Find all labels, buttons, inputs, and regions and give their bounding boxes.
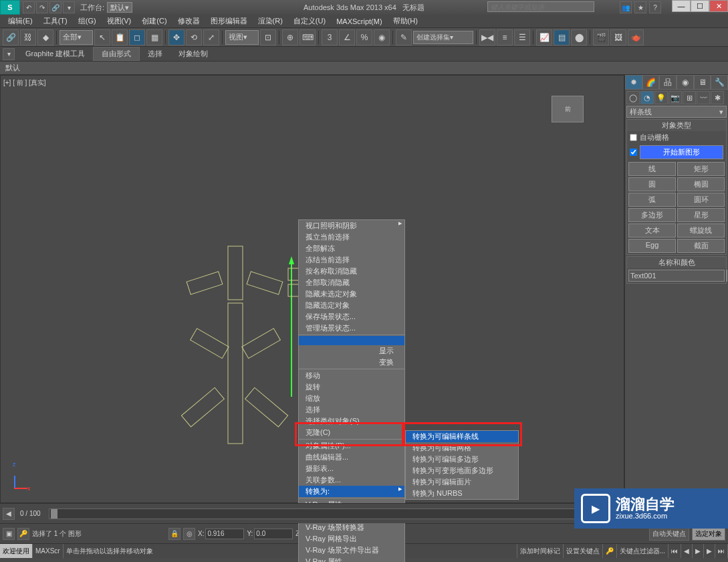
ctx-rotate[interactable]: 旋转 <box>299 381 404 393</box>
shape-category-dd[interactable]: 样条线▾ <box>626 106 727 118</box>
ctx-vray-scene-exp[interactable]: V-Ray 场景文件导出器 <box>299 545 404 556</box>
keyboard-icon[interactable]: ⌨ <box>299 29 316 45</box>
ctx-scale[interactable]: 缩放 <box>299 393 404 404</box>
start-new-shape-button[interactable]: 开始新图形 <box>640 145 723 159</box>
selected-button[interactable]: 选定对象 <box>692 527 725 541</box>
ctx-freeze-sel[interactable]: 冻结当前选择 <box>299 254 404 266</box>
add-time-tag[interactable]: 添加时间标记 <box>517 544 564 558</box>
btn-rect[interactable]: 矩形 <box>677 162 725 176</box>
menu-view[interactable]: 视图(V) <box>102 16 137 26</box>
close-button[interactable]: ✕ <box>709 0 728 12</box>
shapes-icon[interactable]: ◔ <box>640 91 654 104</box>
ctx-viewport-lighting[interactable]: 视口照明和阴影 <box>299 220 404 231</box>
star-icon[interactable]: ★ <box>634 1 646 13</box>
bind-icon[interactable]: ◆ <box>37 29 53 45</box>
key-filters[interactable]: 关键点过滤器... <box>617 544 669 558</box>
qat-redo[interactable]: ↷ <box>36 1 48 13</box>
tab-objectpaint[interactable]: 对象绘制 <box>170 48 216 60</box>
btn-section[interactable]: 截面 <box>677 239 725 253</box>
move-icon[interactable]: ✥ <box>168 29 185 45</box>
scale-icon[interactable]: ⤢ <box>203 29 219 45</box>
layer-icon[interactable]: ☰ <box>514 29 530 45</box>
ref-coord[interactable]: 视图 ▾ <box>225 30 259 45</box>
align-icon[interactable]: ≡ <box>497 29 513 45</box>
ctx-select[interactable]: 选择 <box>299 404 404 415</box>
select-icon[interactable]: ↖ <box>94 29 110 45</box>
ctx-unhide-all[interactable]: 全部取消隐藏 <box>299 277 404 288</box>
ctx-convert-to[interactable]: 转换为: <box>299 486 404 497</box>
btn-text[interactable]: 文本 <box>628 223 676 238</box>
maximize-button[interactable]: ☐ <box>691 0 709 12</box>
btn-helix[interactable]: 螺旋线 <box>677 223 725 238</box>
object-name-input[interactable] <box>628 270 725 282</box>
startnew-check[interactable] <box>630 149 637 156</box>
menu-tools[interactable]: 工具(T) <box>38 16 73 26</box>
render-icon[interactable]: 🫖 <box>628 29 644 45</box>
ctx-dope-sheet[interactable]: 摄影表... <box>299 463 404 474</box>
mirror-icon[interactable]: ▶◀ <box>479 29 495 45</box>
convert-nurbs[interactable]: 转换为 NURBS <box>406 488 518 499</box>
autogrid-check[interactable] <box>630 134 637 141</box>
link-icon[interactable]: 🔗 <box>3 29 19 45</box>
unlink-icon[interactable]: ⛓ <box>20 29 36 45</box>
play-end-icon[interactable]: ⏭ <box>715 544 728 558</box>
schematic-icon[interactable]: ▤ <box>554 29 570 45</box>
autokey-button[interactable]: 自动关键点 <box>649 527 689 541</box>
cameras-icon[interactable]: 📷 <box>669 91 682 104</box>
systems-icon[interactable]: ✱ <box>711 91 724 104</box>
named-sel-icon[interactable]: ✎ <box>396 29 412 45</box>
iso-icon[interactable]: ◎ <box>183 528 195 540</box>
text-spline-object[interactable] <box>181 236 315 450</box>
play-next-icon[interactable]: ▶ <box>704 544 715 558</box>
rollout-name-color[interactable]: 名称和颜色 <box>627 257 726 268</box>
menu-create[interactable]: 创建(C) <box>136 16 172 26</box>
tab-motion-icon[interactable]: ◉ <box>677 75 694 90</box>
viewport-label[interactable]: [+] [ 前 ] [真实] <box>3 78 46 88</box>
menu-custom[interactable]: 自定义(U) <box>288 16 331 26</box>
help-icon[interactable]: ? <box>649 1 661 13</box>
ctx-unhide-name[interactable]: 按名称取消隐藏 <box>299 266 404 277</box>
material-icon[interactable]: ⬤ <box>571 29 587 45</box>
help-search-input[interactable] <box>487 1 594 12</box>
play-icon[interactable]: ▶ <box>693 544 704 558</box>
btn-ngon[interactable]: 多边形 <box>628 208 676 222</box>
convert-deform[interactable]: 转换为可变形地面多边形 <box>406 465 518 476</box>
rollout-object-type[interactable]: 对象类型 <box>627 120 726 131</box>
manip-icon[interactable]: ⊕ <box>282 29 298 45</box>
selection-set-dd[interactable]: 创建选择集 ▾ <box>413 31 473 44</box>
key-icon[interactable]: 🔑 <box>603 544 617 558</box>
tab-modify-icon[interactable]: 🌈 <box>642 75 660 90</box>
selection-filter[interactable]: 全部 ▾ <box>59 30 93 45</box>
menu-render[interactable]: 渲染(R) <box>253 16 288 26</box>
menu-edit[interactable]: 编辑(E) <box>3 16 38 26</box>
play-prev-icon[interactable]: ◀ <box>681 544 693 558</box>
ribbon-toggle-icon[interactable]: ▾ <box>3 48 15 60</box>
helpers-icon[interactable]: ⊞ <box>683 91 696 104</box>
tab-selection[interactable]: 选择 <box>140 48 170 60</box>
play-start-icon[interactable]: ⏮ <box>669 544 681 558</box>
maxscript-label[interactable]: MAXScr <box>33 544 64 558</box>
render-setup-icon[interactable]: 🎬 <box>593 29 609 45</box>
tab-hierarchy-icon[interactable]: 品 <box>659 75 677 90</box>
app-logo-icon[interactable]: S <box>0 0 20 15</box>
btn-star[interactable]: 星形 <box>677 208 725 222</box>
lock-icon[interactable]: 🔒 <box>168 528 180 540</box>
workspace-selector[interactable]: 默认 ▾ <box>107 2 132 13</box>
menu-graph[interactable]: 图形编辑器 <box>205 16 253 26</box>
snap-icon[interactable]: 3 <box>322 29 338 45</box>
tab-create-icon[interactable]: ✸ <box>625 75 642 90</box>
ctx-hide-sel[interactable]: 隐藏选定对象 <box>299 300 404 311</box>
coord-y[interactable] <box>254 529 293 539</box>
btn-ellipse[interactable]: 椭圆 <box>677 177 725 191</box>
ctx-move[interactable]: 移动 <box>299 370 404 381</box>
lights-icon[interactable]: 💡 <box>654 91 668 104</box>
tab-display-icon[interactable]: 🖥 <box>694 75 711 90</box>
tab-graphite[interactable]: Graphite 建模工具 <box>17 48 93 60</box>
qat-undo[interactable]: ↶ <box>23 1 35 13</box>
spacewarps-icon[interactable]: 〰 <box>697 91 710 104</box>
btn-circle[interactable]: 圆 <box>628 177 676 191</box>
ctx-curve-editor[interactable]: 曲线编辑器... <box>299 452 404 463</box>
tab-freeform[interactable]: 自由形式 <box>93 47 140 61</box>
convert-patch[interactable]: 转换为可编辑面片 <box>406 476 518 488</box>
menu-maxscript[interactable]: MAXScript(M) <box>331 17 387 25</box>
